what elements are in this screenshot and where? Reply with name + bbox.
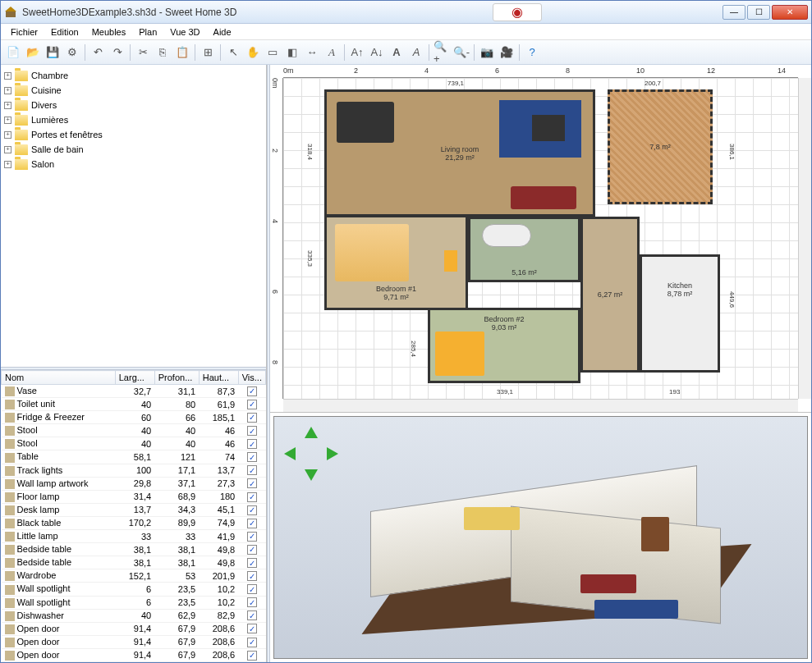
table-row[interactable]: Table58,112174✓: [2, 450, 266, 464]
table-row[interactable]: Vase32,731,187,3✓: [2, 385, 266, 398]
close-button[interactable]: ✕: [772, 5, 808, 20]
table-row[interactable]: Fridge & Freezer6066185,1✓: [2, 411, 266, 424]
undo-icon[interactable]: ↶: [89, 43, 107, 62]
catalog-category[interactable]: +Lumières: [4, 112, 263, 127]
menu-vue3d[interactable]: Vue 3D: [163, 25, 206, 39]
visibility-checkbox[interactable]: ✓: [247, 597, 257, 607]
dimension-tool-icon[interactable]: ↔: [303, 43, 321, 62]
text-smaller-icon[interactable]: A↓: [368, 43, 386, 62]
furniture-nightstand[interactable]: [444, 250, 457, 272]
expand-icon[interactable]: +: [4, 87, 11, 94]
col-width[interactable]: Larg...: [115, 371, 154, 385]
text-italic-icon[interactable]: A: [407, 43, 425, 62]
furniture-table[interactable]: [337, 102, 394, 143]
table-row[interactable]: Little lamp333341,9✓: [2, 530, 266, 543]
table-row[interactable]: Desk lamp13,734,345,1✓: [2, 503, 266, 516]
wall-tool-icon[interactable]: ▭: [264, 43, 282, 62]
menu-fichier[interactable]: Fichier: [4, 25, 44, 39]
plan-grid[interactable]: Living room21,29 m² Bedroom #19,71 m² 5,…: [283, 78, 798, 399]
catalog-category[interactable]: +Salle de bain: [4, 142, 263, 157]
col-name[interactable]: Nom: [2, 371, 116, 385]
new-file-icon[interactable]: 📄: [4, 43, 22, 62]
visibility-checkbox[interactable]: ✓: [247, 492, 257, 502]
visibility-checkbox[interactable]: ✓: [247, 651, 257, 661]
visibility-checkbox[interactable]: ✓: [247, 558, 257, 568]
paste-icon[interactable]: 📋: [173, 43, 191, 62]
visibility-checkbox[interactable]: ✓: [247, 638, 257, 647]
expand-icon[interactable]: +: [4, 117, 11, 124]
table-row[interactable]: Toilet unit408061,9✓: [2, 398, 266, 411]
zoom-in-icon[interactable]: 🔍+: [433, 43, 451, 62]
menu-plan[interactable]: Plan: [132, 25, 163, 39]
catalog-category[interactable]: +Chambre: [4, 68, 263, 83]
furniture-bathtub[interactable]: [482, 224, 531, 247]
visibility-checkbox[interactable]: ✓: [247, 610, 257, 620]
table-row[interactable]: Wall lamp artwork29,837,127,3✓: [2, 477, 266, 490]
table-row[interactable]: Bedside table38,138,149,8✓: [2, 543, 266, 556]
menu-edition[interactable]: Edition: [44, 25, 85, 39]
room-bedroom1[interactable]: Bedroom #19,71 m²: [324, 215, 468, 310]
minimize-button[interactable]: —: [723, 5, 745, 20]
expand-icon[interactable]: +: [4, 102, 11, 109]
visibility-checkbox[interactable]: ✓: [247, 400, 257, 409]
visibility-checkbox[interactable]: ✓: [247, 439, 257, 449]
menu-aide[interactable]: Aide: [207, 25, 238, 39]
text-bold-icon[interactable]: A: [388, 43, 406, 62]
visibility-checkbox[interactable]: ✓: [247, 465, 257, 475]
view-3d[interactable]: [273, 416, 808, 659]
cut-icon[interactable]: ✂: [134, 43, 152, 62]
furniture-bed[interactable]: [335, 224, 409, 281]
table-row[interactable]: Floor lamp31,468,9180✓: [2, 490, 266, 503]
expand-icon[interactable]: +: [4, 161, 11, 168]
preferences-icon[interactable]: ⚙: [63, 43, 81, 62]
expand-icon[interactable]: +: [4, 131, 11, 139]
furniture-tv-unit[interactable]: [532, 115, 565, 141]
catalog-category[interactable]: +Salon: [4, 157, 263, 171]
menu-meubles[interactable]: Meubles: [85, 25, 133, 39]
visibility-checkbox[interactable]: ✓: [247, 505, 257, 515]
table-row[interactable]: Wardrobe152,153201,9✓: [2, 569, 266, 583]
maximize-button[interactable]: ☐: [747, 5, 770, 20]
scrollbar-horizontal[interactable]: [283, 399, 798, 412]
visibility-checkbox[interactable]: ✓: [247, 413, 257, 423]
visibility-checkbox[interactable]: ✓: [247, 452, 257, 462]
room-kitchen[interactable]: Kitchen8,78 m²: [640, 254, 720, 373]
table-row[interactable]: Open door91,467,9208,6✓: [2, 622, 266, 635]
titlebar[interactable]: SweetHome3DExample3.sh3d - Sweet Home 3D…: [1, 1, 811, 24]
visibility-checkbox[interactable]: ✓: [247, 386, 257, 396]
catalog-category[interactable]: +Cuisine: [4, 83, 263, 98]
table-row[interactable]: Stool404046✓: [2, 437, 266, 450]
visibility-checkbox[interactable]: ✓: [247, 584, 257, 594]
visibility-checkbox[interactable]: ✓: [247, 545, 257, 555]
table-row[interactable]: Open door91,467,9208,6✓: [2, 635, 266, 648]
open-file-icon[interactable]: 📂: [24, 43, 42, 62]
room-terrace[interactable]: 7,8 m²: [608, 89, 713, 204]
zoom-out-icon[interactable]: 🔍-: [452, 43, 470, 62]
catalog-category[interactable]: +Portes et fenêtres: [4, 127, 263, 142]
select-tool-icon[interactable]: ↖: [224, 43, 242, 62]
table-row[interactable]: Bedside table38,138,149,8✓: [2, 556, 266, 569]
help-icon[interactable]: ?: [523, 43, 541, 62]
nav-down-icon[interactable]: [305, 469, 318, 481]
room-bathroom[interactable]: 5,16 m²: [468, 217, 580, 282]
visibility-checkbox[interactable]: ✓: [247, 624, 257, 633]
expand-icon[interactable]: +: [4, 72, 11, 80]
table-row[interactable]: Track lights10017,113,7✓: [2, 464, 266, 477]
furniture-catalog-tree[interactable]: +Chambre+Cuisine+Divers+Lumières+Portes …: [1, 65, 266, 367]
room-bedroom2[interactable]: Bedroom #29,03 m²: [428, 308, 580, 383]
col-visible[interactable]: Vis...: [238, 371, 265, 385]
table-row[interactable]: Wall spotlight623,510,2✓: [2, 583, 266, 596]
room-hallway[interactable]: 6,27 m²: [580, 217, 640, 373]
visibility-checkbox[interactable]: ✓: [247, 519, 257, 528]
table-row[interactable]: Dishwasher4062,982,9✓: [2, 609, 266, 622]
furniture-list-panel[interactable]: Nom Larg... Profon... Haut... Vis... Vas…: [1, 370, 266, 662]
nav-left-icon[interactable]: [284, 447, 296, 460]
video-icon[interactable]: 🎥: [498, 43, 516, 62]
furniture-sofa[interactable]: [511, 186, 576, 209]
nav-up-icon[interactable]: [305, 427, 318, 438]
visibility-checkbox[interactable]: ✓: [247, 426, 257, 436]
copy-icon[interactable]: ⎘: [154, 43, 172, 62]
catalog-category[interactable]: +Divers: [4, 98, 263, 112]
pan-tool-icon[interactable]: ✋: [244, 43, 262, 62]
table-row[interactable]: Wall spotlight623,510,2✓: [2, 596, 266, 609]
